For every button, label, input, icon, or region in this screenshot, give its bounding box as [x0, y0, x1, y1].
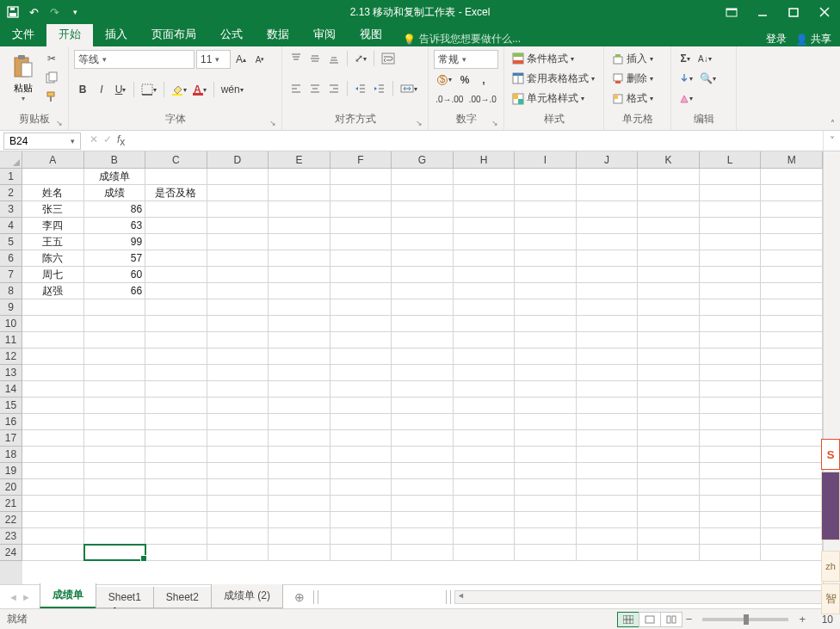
font-launcher-icon[interactable]: ↘	[269, 119, 276, 127]
cell[interactable]	[700, 430, 762, 447]
cell[interactable]	[269, 414, 330, 430]
cell[interactable]	[330, 332, 392, 348]
row-header[interactable]: 1	[0, 169, 22, 185]
side-widget-3[interactable]: zh	[821, 551, 840, 582]
cell[interactable]	[454, 234, 516, 250]
cell[interactable]	[145, 496, 207, 512]
cell[interactable]: 是否及格	[145, 185, 207, 201]
phonetic-button[interactable]: wén▾	[219, 81, 246, 98]
cell[interactable]	[269, 430, 330, 447]
page-break-view-button[interactable]	[660, 612, 682, 627]
cell[interactable]	[207, 447, 269, 463]
collapse-ribbon-icon[interactable]: ˄	[831, 119, 835, 128]
column-header[interactable]: D	[207, 151, 269, 169]
ribbon-tab-4[interactable]: 公式	[208, 22, 255, 46]
cell[interactable]	[577, 234, 639, 250]
cell[interactable]	[84, 463, 146, 479]
cell[interactable]	[700, 528, 762, 545]
cell[interactable]	[638, 218, 700, 234]
horizontal-scrollbar[interactable]	[454, 590, 837, 604]
align-right-icon[interactable]	[325, 80, 343, 97]
cell[interactable]	[22, 381, 84, 398]
cell[interactable]	[700, 283, 762, 299]
cell[interactable]	[269, 447, 330, 463]
cell[interactable]	[22, 348, 84, 365]
cell[interactable]	[700, 332, 762, 348]
cell[interactable]	[22, 316, 84, 332]
cell[interactable]	[145, 332, 207, 348]
cell[interactable]	[577, 496, 639, 512]
cell[interactable]	[269, 267, 330, 283]
cell[interactable]	[454, 512, 516, 528]
border-icon[interactable]: ▾	[139, 81, 159, 98]
cell[interactable]	[515, 398, 577, 414]
cell[interactable]	[330, 201, 392, 218]
font-name-combo[interactable]: 等线▾	[74, 50, 195, 69]
cell[interactable]	[700, 201, 762, 218]
increase-font-icon[interactable]: A▴	[232, 51, 250, 68]
cell[interactable]	[700, 250, 762, 267]
cell[interactable]	[392, 479, 454, 496]
cell[interactable]	[454, 479, 516, 496]
cell[interactable]	[700, 381, 762, 398]
cell[interactable]: 成绩	[84, 185, 146, 201]
cell[interactable]	[330, 250, 392, 267]
cell[interactable]	[638, 479, 700, 496]
italic-button[interactable]: I	[93, 81, 110, 98]
align-bottom-icon[interactable]	[325, 50, 343, 67]
cell[interactable]	[269, 381, 330, 398]
cell[interactable]	[392, 512, 454, 528]
cell[interactable]	[761, 430, 823, 447]
cell[interactable]: 王五	[22, 234, 84, 250]
cell[interactable]	[22, 545, 84, 561]
cell[interactable]	[269, 234, 330, 250]
cut-icon[interactable]: ✂	[43, 50, 60, 67]
cell[interactable]	[269, 283, 330, 299]
cell[interactable]	[84, 299, 146, 316]
cell[interactable]	[515, 299, 577, 316]
cell[interactable]	[638, 283, 700, 299]
cell[interactable]	[269, 463, 330, 479]
column-header[interactable]: B	[84, 151, 146, 169]
cell[interactable]	[207, 381, 269, 398]
cell[interactable]	[392, 332, 454, 348]
cell[interactable]	[454, 299, 516, 316]
decrease-indent-icon[interactable]	[352, 80, 369, 97]
cell[interactable]: 66	[84, 283, 146, 299]
cell[interactable]	[454, 463, 516, 479]
fx-icon[interactable]: fx	[117, 133, 125, 148]
column-header[interactable]: F	[330, 151, 392, 169]
cell[interactable]	[700, 447, 762, 463]
cell[interactable]	[638, 201, 700, 218]
cell[interactable]	[269, 528, 330, 545]
redo-icon[interactable]: ↷	[45, 3, 64, 22]
cell[interactable]: 陈六	[22, 250, 84, 267]
cell[interactable]	[638, 512, 700, 528]
cell[interactable]	[577, 414, 639, 430]
cell[interactable]	[145, 250, 207, 267]
format-painter-icon[interactable]	[43, 88, 60, 105]
cell[interactable]	[454, 316, 516, 332]
cell[interactable]	[330, 545, 392, 561]
cell[interactable]	[392, 316, 454, 332]
cell[interactable]	[638, 169, 700, 185]
cell[interactable]	[454, 528, 516, 545]
align-center-icon[interactable]	[306, 80, 324, 97]
sheet-tab[interactable]: 成绩单 (2)	[211, 584, 283, 608]
cell[interactable]	[761, 250, 823, 267]
sheet-nav[interactable]: ◄►	[0, 592, 40, 602]
row-header[interactable]: 13	[0, 365, 22, 381]
qat-customize-icon[interactable]: ▾	[65, 3, 84, 22]
row-header[interactable]: 10	[0, 316, 22, 332]
cell[interactable]	[207, 234, 269, 250]
cell[interactable]	[700, 365, 762, 381]
cell[interactable]	[700, 545, 762, 561]
cell[interactable]	[330, 512, 392, 528]
column-header[interactable]: G	[392, 151, 454, 169]
cell[interactable]	[145, 218, 207, 234]
cell[interactable]	[515, 234, 577, 250]
cell[interactable]: 周七	[22, 267, 84, 283]
cell[interactable]	[392, 545, 454, 561]
cell[interactable]	[515, 267, 577, 283]
paste-button[interactable]: 粘贴 ▾	[5, 50, 41, 107]
